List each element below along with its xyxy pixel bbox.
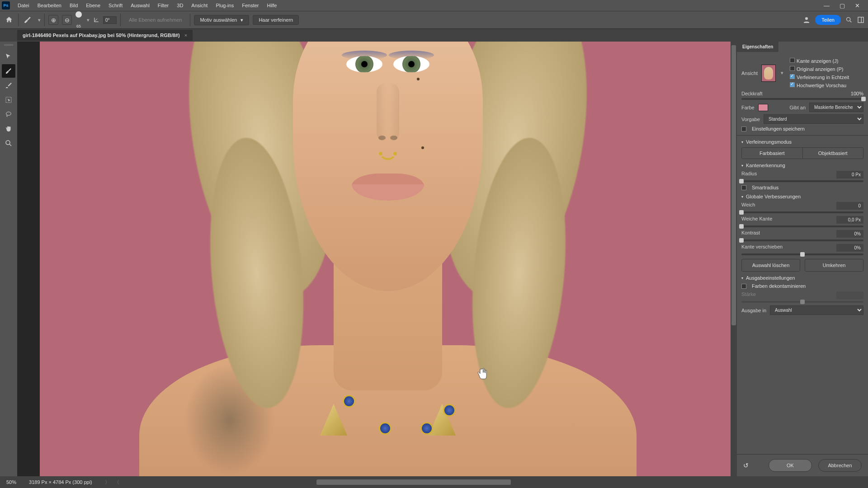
color-based-button[interactable]: Farbbasiert xyxy=(742,148,803,159)
menu-image[interactable]: Bild xyxy=(66,1,82,10)
menu-view[interactable]: Ansicht xyxy=(187,1,212,10)
output-to-label: Ausgabe in xyxy=(741,308,766,313)
share-button[interactable]: Teilen xyxy=(815,15,841,25)
subtract-mode-icon[interactable]: ⊖ xyxy=(62,15,72,25)
workspace-icon[interactable] xyxy=(857,16,864,23)
menu-layer[interactable]: Ebene xyxy=(82,1,104,10)
refine-hair-button[interactable]: Haar verfeinern xyxy=(253,15,299,25)
preset-select[interactable]: Standard xyxy=(764,114,863,124)
indicates-select[interactable]: Maskierte Bereiche xyxy=(809,103,863,112)
menu-filter[interactable]: Filter xyxy=(154,1,173,10)
options-bar: ▾ ⊕ ⊖ 65 ▾ Alle Ebenen aufnehmen Motiv a… xyxy=(0,11,868,29)
status-caret-icon[interactable]: 〉 xyxy=(105,479,110,486)
close-tab-icon[interactable]: × xyxy=(184,33,187,38)
invert-button[interactable]: Umkehren xyxy=(805,259,863,272)
window-close-icon[interactable]: ✕ xyxy=(855,2,860,9)
output-settings-section[interactable]: ▾Ausgabeeinstellungen xyxy=(741,275,863,281)
ok-button[interactable]: OK xyxy=(769,459,812,472)
cancel-button[interactable]: Abbrechen xyxy=(818,459,862,472)
object-based-button[interactable]: Objektbasiert xyxy=(803,148,863,159)
tool-palette xyxy=(0,42,17,476)
radius-slider[interactable] xyxy=(741,180,863,182)
sample-all-layers: Alle Ebenen aufnehmen xyxy=(124,15,186,24)
smooth-slider[interactable] xyxy=(741,211,863,213)
smooth-label: Weich xyxy=(741,202,755,210)
smooth-input[interactable] xyxy=(836,202,863,210)
brush-dropdown-icon[interactable]: ▾ xyxy=(38,17,41,23)
quick-select-tool[interactable] xyxy=(2,50,15,63)
window-minimize-icon[interactable]: — xyxy=(824,2,830,9)
brush-tool-icon[interactable] xyxy=(22,14,33,25)
select-subject-button[interactable]: Motiv auswählen▾ xyxy=(194,15,249,25)
global-refinements-section[interactable]: ▾Globale Verbesserungen xyxy=(741,194,863,199)
document-tab[interactable]: girl-1846490 Pexels auf Pixabay.jpg bei … xyxy=(17,30,193,41)
menu-window[interactable]: Fenster xyxy=(238,1,263,10)
shift-edge-label: Kante verschieben xyxy=(741,244,783,252)
vertical-scrollbar[interactable] xyxy=(731,42,737,476)
svg-rect-3 xyxy=(858,17,863,23)
reset-icon[interactable]: ↺ xyxy=(743,462,749,469)
menu-help[interactable]: Hilfe xyxy=(263,1,281,10)
menu-bar: Ps Datei Bearbeiten Bild Ebene Schrift A… xyxy=(0,0,868,11)
window-maximize-icon[interactable]: ▢ xyxy=(840,2,845,9)
feather-slider[interactable] xyxy=(741,225,863,227)
angle-icon xyxy=(93,17,99,23)
document-canvas[interactable] xyxy=(40,42,731,476)
shift-edge-input[interactable] xyxy=(836,244,863,252)
brush-tool[interactable] xyxy=(2,79,15,92)
show-original-checkbox[interactable]: Original anzeigen (P) xyxy=(790,66,849,72)
output-to-select[interactable]: Auswahl xyxy=(770,305,863,315)
strength-slider xyxy=(741,301,863,303)
zoom-tool[interactable] xyxy=(2,136,15,150)
opacity-value[interactable]: 100% xyxy=(851,91,863,96)
save-settings-checkbox[interactable]: Einstellungen speichern xyxy=(741,126,863,131)
realtime-refine-checkbox[interactable]: Verfeinerung in Echtzeit xyxy=(790,74,849,80)
horizontal-scrollbar[interactable] xyxy=(316,479,511,485)
zoom-level[interactable]: 50% xyxy=(6,479,16,485)
feather-label: Weiche Kante xyxy=(741,216,772,224)
status-prev-icon[interactable]: 〈 xyxy=(114,479,119,486)
user-icon[interactable] xyxy=(802,16,811,24)
menu-3d[interactable]: 3D xyxy=(173,1,187,10)
hq-preview-checkbox[interactable]: Hochwertige Vorschau xyxy=(790,82,849,88)
feather-input[interactable] xyxy=(836,216,863,224)
properties-tab[interactable]: Eigenschaften xyxy=(737,42,778,52)
canvas-area[interactable] xyxy=(17,42,731,476)
svg-line-8 xyxy=(9,144,11,146)
lasso-tool[interactable] xyxy=(2,108,15,121)
menu-file[interactable]: Datei xyxy=(14,1,33,10)
menu-plugins[interactable]: Plug-ins xyxy=(212,1,238,10)
hand-tool[interactable] xyxy=(2,122,15,136)
brush-preview-icon[interactable] xyxy=(75,11,82,18)
radius-input[interactable] xyxy=(836,171,863,178)
status-bar: 50% 3189 Px × 4784 Px (300 ppi) 〉 〈 xyxy=(0,476,868,488)
color-swatch[interactable] xyxy=(758,104,768,111)
indicates-label: Gibt an xyxy=(790,105,806,110)
clear-selection-button[interactable]: Auswahl löschen xyxy=(741,259,800,272)
add-mode-icon[interactable]: ⊕ xyxy=(48,15,58,25)
menu-select[interactable]: Auswahl xyxy=(127,1,154,10)
menu-edit[interactable]: Bearbeiten xyxy=(33,1,66,10)
refine-brush-tool[interactable] xyxy=(2,64,15,78)
angle-input[interactable] xyxy=(103,16,117,24)
refine-mode-section[interactable]: ▾Verfeinerungsmodus xyxy=(741,139,863,145)
menu-type[interactable]: Schrift xyxy=(104,1,127,10)
smartradius-checkbox[interactable]: Smartradius xyxy=(741,185,863,190)
radius-label: Radius xyxy=(741,171,757,178)
show-edge-checkbox
            [interactable]: Kante anzeigen (J) xyxy=(790,58,849,64)
contrast-slider[interactable] xyxy=(741,239,863,241)
brush-size-dropdown-icon[interactable]: ▾ xyxy=(87,17,90,23)
edge-detection-section[interactable]: ▾Kantenerkennung xyxy=(741,163,863,168)
object-select-tool[interactable] xyxy=(2,93,15,107)
search-icon[interactable] xyxy=(845,16,853,23)
view-dropdown-icon[interactable]: ▾ xyxy=(781,70,783,76)
view-thumbnail[interactable] xyxy=(761,65,776,82)
decontaminate-checkbox[interactable]: Farben dekontaminieren xyxy=(741,283,863,289)
shift-edge-slider[interactable] xyxy=(741,253,863,255)
palette-grip-icon[interactable] xyxy=(4,44,13,47)
home-icon[interactable] xyxy=(4,14,14,25)
opacity-slider[interactable] xyxy=(741,98,863,100)
document-dimensions: 3189 Px × 4784 Px (300 ppi) xyxy=(29,479,92,485)
scrollbar-thumb[interactable] xyxy=(731,45,736,325)
contrast-input[interactable] xyxy=(836,230,863,238)
